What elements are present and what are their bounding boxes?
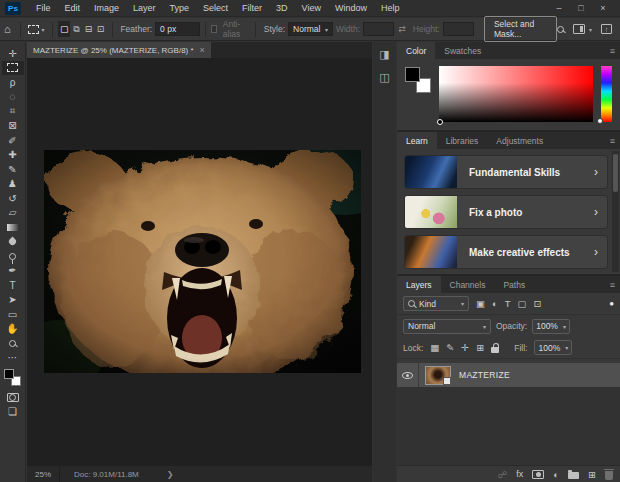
tab-swatches[interactable]: Swatches	[435, 42, 490, 59]
layer-name[interactable]: MAZTERIZE	[459, 370, 510, 380]
foreground-color-swatch[interactable]	[405, 67, 420, 82]
menu-filter[interactable]: Filter	[235, 0, 269, 16]
tab-close-icon[interactable]: ×	[200, 45, 205, 55]
lock-all-icon[interactable]	[491, 347, 499, 353]
filter-type-layers-icon[interactable]: T	[505, 298, 511, 309]
style-select[interactable]: Normal ▾	[288, 22, 333, 36]
home-icon[interactable]: ⌂	[0, 23, 15, 35]
fill-field[interactable]: 100% ▾	[534, 340, 572, 355]
menu-type[interactable]: Type	[163, 0, 197, 16]
new-layer-icon[interactable]: ⊞	[588, 469, 596, 480]
blend-mode-select[interactable]: Normal ▾	[403, 319, 491, 334]
panel-menu-icon[interactable]: ≡	[610, 42, 620, 59]
clone-stamp-tool[interactable]: ♟	[2, 177, 24, 192]
dodge-tool[interactable]	[2, 249, 24, 264]
menu-3d[interactable]: 3D	[269, 0, 295, 16]
status-chevron-icon[interactable]: ❯	[167, 470, 174, 479]
foreground-background-swatches[interactable]	[4, 369, 21, 386]
add-layer-mask-icon[interactable]	[532, 470, 544, 479]
collapsed-panel-icon-2[interactable]: ◫	[379, 71, 389, 84]
lock-transparent-pixels-icon[interactable]: ▦	[430, 342, 439, 353]
frame-tool[interactable]: ⊠	[2, 119, 24, 134]
saturation-brightness-field[interactable]	[439, 66, 593, 122]
blur-tool[interactable]	[2, 235, 24, 250]
workspace-switcher[interactable]: ▾	[573, 24, 592, 34]
menu-select[interactable]: Select	[196, 0, 235, 16]
layer-visibility-toggle[interactable]	[397, 363, 419, 387]
tab-learn[interactable]: Learn	[397, 132, 437, 149]
filter-toggle-icon[interactable]: ●	[609, 299, 614, 308]
crop-tool[interactable]: ⌗	[2, 104, 24, 119]
filter-pixel-layers-icon[interactable]: ▣	[476, 298, 485, 309]
lock-position-icon[interactable]: ✛	[461, 342, 469, 353]
zoom-tool[interactable]	[2, 336, 24, 351]
layer-row[interactable]: MAZTERIZE	[397, 363, 620, 387]
tab-libraries[interactable]: Libraries	[437, 132, 488, 149]
new-selection-mode-button[interactable]: ▢	[58, 21, 70, 37]
hue-slider-handle[interactable]	[597, 118, 603, 124]
menu-image[interactable]: Image	[87, 0, 126, 16]
minimize-button[interactable]: –	[548, 0, 570, 16]
brush-tool[interactable]: ✎	[2, 162, 24, 177]
path-selection-tool[interactable]: ➤	[2, 293, 24, 308]
tab-channels[interactable]: Channels	[441, 276, 495, 293]
quick-mask-button[interactable]	[2, 390, 24, 405]
active-tool-preset[interactable]: ▾	[25, 25, 47, 34]
photoshop-logo-icon[interactable]: Ps	[5, 2, 21, 15]
menu-layer[interactable]: Layer	[126, 0, 163, 16]
rectangle-tool[interactable]: ▭	[2, 307, 24, 322]
tab-adjustments[interactable]: Adjustments	[487, 132, 552, 149]
tab-paths[interactable]: Paths	[494, 276, 534, 293]
antialias-checkbox[interactable]: Anti-alias	[211, 19, 250, 39]
select-and-mask-button[interactable]: Select and Mask...	[484, 16, 557, 42]
subtract-from-selection-mode-button[interactable]: ⊟	[82, 21, 94, 37]
scrollbar-thumb[interactable]	[613, 154, 618, 192]
move-tool[interactable]: ✛	[2, 46, 24, 61]
scrollbar[interactable]	[612, 151, 619, 272]
gradient-tool[interactable]	[2, 220, 24, 235]
screen-mode-button[interactable]: ❏	[2, 405, 24, 420]
layer-effects-icon[interactable]: fx	[516, 469, 523, 479]
canvas[interactable]	[27, 58, 372, 466]
hue-slider[interactable]	[601, 66, 612, 122]
new-group-icon[interactable]	[568, 470, 579, 479]
filter-shape-layers-icon[interactable]: ▢	[518, 298, 527, 309]
maximize-button[interactable]: □	[570, 0, 592, 16]
search-icon[interactable]	[557, 26, 564, 33]
menu-window[interactable]: Window	[328, 0, 374, 16]
width-input[interactable]	[363, 22, 394, 36]
hand-tool[interactable]: ✋	[2, 322, 24, 337]
lock-artboard-icon[interactable]: ⊞	[476, 342, 484, 353]
panel-menu-icon[interactable]: ≡	[610, 276, 620, 293]
share-icon[interactable]: ↑	[601, 24, 612, 34]
learn-card-make-creative-effects[interactable]: Make creative effects ›	[404, 235, 608, 269]
rectangular-marquee-tool[interactable]	[2, 61, 24, 76]
intersect-selection-mode-button[interactable]: ⊡	[95, 21, 107, 37]
filter-smart-object-layers-icon[interactable]: ⊡	[534, 298, 542, 309]
foreground-color-swatch[interactable]	[4, 369, 14, 379]
opacity-field[interactable]: 100% ▾	[532, 319, 570, 334]
delete-layer-icon[interactable]	[605, 469, 613, 480]
history-brush-tool[interactable]: ↺	[2, 191, 24, 206]
filter-kind-select[interactable]: Kind ▾	[403, 296, 469, 311]
lock-image-pixels-icon[interactable]: ✎	[446, 342, 454, 353]
learn-card-fix-a-photo[interactable]: Fix a photo ›	[404, 195, 608, 229]
color-picker-handle[interactable]	[437, 119, 443, 125]
tab-layers[interactable]: Layers	[397, 276, 441, 293]
spot-healing-brush-tool[interactable]: ✚	[2, 148, 24, 163]
menu-view[interactable]: View	[295, 0, 328, 16]
menu-edit[interactable]: Edit	[58, 0, 88, 16]
panel-menu-icon[interactable]: ≡	[610, 132, 620, 149]
pen-tool[interactable]: ✒	[2, 264, 24, 279]
tab-color[interactable]: Color	[397, 42, 435, 59]
eraser-tool[interactable]: ▱	[2, 206, 24, 221]
document-tab[interactable]: MAZTERIZE @ 25% (MAZTERIZE, RGB/8) * ×	[27, 42, 211, 58]
new-adjustment-layer-icon[interactable]: ◐	[553, 469, 559, 480]
add-to-selection-mode-button[interactable]: ⧉	[70, 21, 82, 37]
quick-selection-tool[interactable]: ◌	[2, 90, 24, 105]
type-tool[interactable]: T	[2, 278, 24, 293]
edit-toolbar-button[interactable]: ⋯	[2, 351, 24, 366]
learn-card-fundamental-skills[interactable]: Fundamental Skills ›	[404, 155, 608, 189]
height-input[interactable]	[443, 22, 474, 36]
layer-thumbnail[interactable]	[425, 366, 451, 385]
